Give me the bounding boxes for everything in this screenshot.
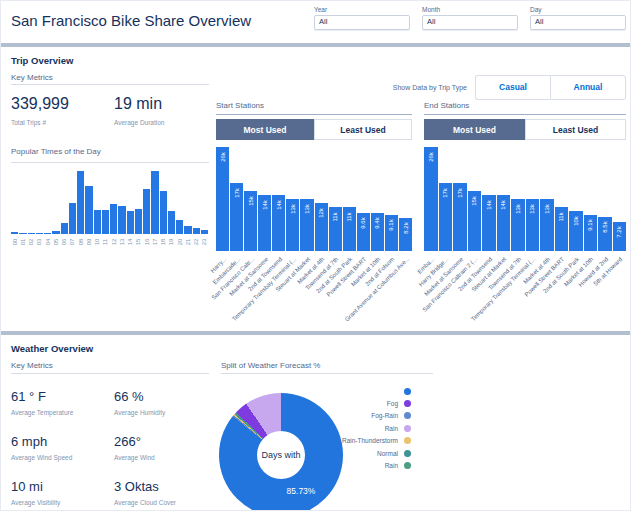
weather-metric-value: 66 % — [114, 389, 211, 404]
hist-bar-05[interactable] — [52, 231, 59, 234]
station-bar[interactable]: 13k — [286, 199, 299, 251]
legend-item[interactable]: Normal — [301, 447, 411, 459]
divider — [11, 84, 209, 85]
hist-x-label: 21 — [185, 237, 191, 247]
weather-metric: 61 ° FAverage Temperature — [11, 389, 114, 434]
forecast-legend: FogFog-RainRainRain-ThunderstormNormalRa… — [301, 385, 411, 472]
legend-item[interactable]: Rain-Thunderstorm — [301, 435, 411, 447]
station-bar[interactable]: 7.2k — [613, 222, 627, 251]
hist-bar-06[interactable] — [61, 223, 68, 234]
hist-bar-10[interactable] — [94, 210, 101, 234]
hist-x-label: 22 — [193, 237, 199, 247]
hist-bar-01[interactable] — [19, 233, 26, 234]
legend-item[interactable]: Rain — [301, 422, 411, 434]
filter-value-dropdown[interactable]: All — [422, 15, 518, 30]
station-bar[interactable]: 13k — [526, 199, 540, 251]
start-stations-chart[interactable]: 26k17k15k14k14k13k13k12k11k11k9.6k9.4k9.… — [216, 147, 412, 251]
end-stations-tab-least-used[interactable]: Least Used — [525, 119, 626, 140]
start-stations-tab-least-used[interactable]: Least Used — [314, 119, 412, 140]
station-bar[interactable]: 10k — [569, 211, 583, 251]
filter-value-dropdown[interactable]: All — [530, 15, 626, 30]
station-bar[interactable]: 11k — [555, 207, 569, 251]
legend-item[interactable] — [301, 385, 411, 397]
hist-bar-22[interactable] — [193, 228, 200, 234]
hist-bar-17[interactable] — [151, 171, 158, 234]
trip-type-button-casual[interactable]: Casual — [475, 75, 550, 100]
trip-type-button-annual[interactable]: Annual — [550, 75, 626, 100]
station-bar[interactable]: 14k — [258, 195, 271, 251]
station-bar[interactable]: 17k — [439, 183, 453, 251]
hist-bar-14[interactable] — [127, 211, 134, 234]
station-bar[interactable]: 14k — [482, 195, 496, 251]
station-bar[interactable]: 12k — [315, 203, 328, 251]
station-bar[interactable]: 13k — [300, 199, 313, 251]
station-bar[interactable]: 9.6k — [357, 213, 370, 251]
station-bar[interactable]: 15k — [468, 191, 482, 251]
end-stations-chart[interactable]: 26k17k17k15k14k14k13k13k13k11k10k9.1k8.5… — [424, 147, 626, 251]
station-bar[interactable]: 11k — [329, 207, 342, 251]
station-bar[interactable]: 26k — [424, 147, 438, 251]
legend-item[interactable]: Fog — [301, 397, 411, 409]
station-bar[interactable]: 9.4k — [371, 213, 384, 251]
station-bar[interactable]: 17k — [453, 183, 467, 251]
header-filters: YearAllMonthAllDayAll — [314, 6, 626, 30]
bar-value-label: 11k — [332, 212, 338, 221]
hist-x-label: 12 — [111, 237, 117, 247]
station-bar[interactable]: 9.1k — [385, 215, 398, 251]
station-bar[interactable]: 14k — [272, 195, 285, 251]
station-bar[interactable]: 26k — [216, 147, 229, 251]
legend-swatch — [404, 425, 411, 432]
weather-metric-value: 6 mph — [11, 434, 114, 449]
hist-bar-18[interactable] — [160, 191, 167, 235]
hist-bar-13[interactable] — [118, 206, 125, 234]
hist-x-label: 11 — [102, 237, 108, 247]
hist-bar-09[interactable] — [85, 186, 92, 234]
bar-value-label: 13k — [290, 204, 296, 214]
hist-bar-08[interactable] — [77, 171, 84, 234]
start-stations-tabs: Most UsedLeast Used — [216, 119, 412, 140]
station-bar[interactable]: 17k — [230, 183, 243, 251]
bar-value-label: 26k — [220, 152, 226, 162]
legend-item[interactable]: Rain — [301, 459, 411, 471]
end-stations-tab-most-used[interactable]: Most Used — [424, 119, 525, 140]
start-stations-tab-most-used[interactable]: Most Used — [216, 119, 314, 140]
hist-bar-07[interactable] — [69, 203, 76, 235]
legend-item[interactable]: Fog-Rain — [301, 410, 411, 422]
station-bar[interactable]: 14k — [497, 195, 511, 251]
hist-bar-12[interactable] — [110, 204, 117, 234]
station-bar[interactable]: 15k — [244, 191, 257, 251]
hist-bar-04[interactable] — [44, 233, 51, 234]
hist-bar-03[interactable] — [36, 233, 43, 234]
legend-label: Rain-Thunderstorm — [342, 437, 398, 444]
bar-value-label: 17k — [457, 188, 463, 198]
filter-label: Year — [314, 6, 410, 13]
hist-bar-19[interactable] — [168, 211, 175, 234]
hist-bar-23[interactable] — [201, 230, 208, 234]
bar-value-label: 14k — [276, 200, 282, 210]
weather-metric: 6 mphAverage Wind Speed — [11, 434, 114, 479]
hist-bar-15[interactable] — [135, 209, 142, 234]
station-bar[interactable]: 8.2k — [399, 218, 412, 251]
weather-metric-value: 266° — [114, 434, 211, 449]
hist-x-label: 14 — [127, 237, 133, 247]
hist-x-label: 17 — [152, 237, 158, 247]
station-bar[interactable]: 9.1k — [584, 215, 598, 251]
station-bar[interactable]: 8.5k — [598, 217, 612, 251]
weather-metric-label: Average Wind Speed — [11, 454, 114, 461]
station-bar[interactable]: 11k — [343, 207, 356, 251]
bar-value-label: 17k — [442, 188, 448, 198]
popular-times-chart[interactable] — [11, 171, 208, 234]
hist-bar-11[interactable] — [102, 210, 109, 234]
hist-bar-00[interactable] — [11, 232, 18, 234]
hist-bar-21[interactable] — [184, 226, 191, 234]
filter-value-dropdown[interactable]: All — [314, 15, 410, 30]
metric-label: Total Trips # — [11, 119, 114, 126]
bar-value-label: 11k — [346, 212, 352, 221]
trip-type-label: Show Data by Trip Type — [393, 84, 467, 91]
hist-bar-02[interactable] — [28, 233, 35, 234]
hist-bar-20[interactable] — [176, 220, 183, 234]
hist-bar-16[interactable] — [143, 189, 150, 234]
station-bar[interactable]: 13k — [540, 199, 554, 251]
donut-center-label: Days with — [261, 450, 300, 460]
station-bar[interactable]: 13k — [511, 199, 525, 251]
